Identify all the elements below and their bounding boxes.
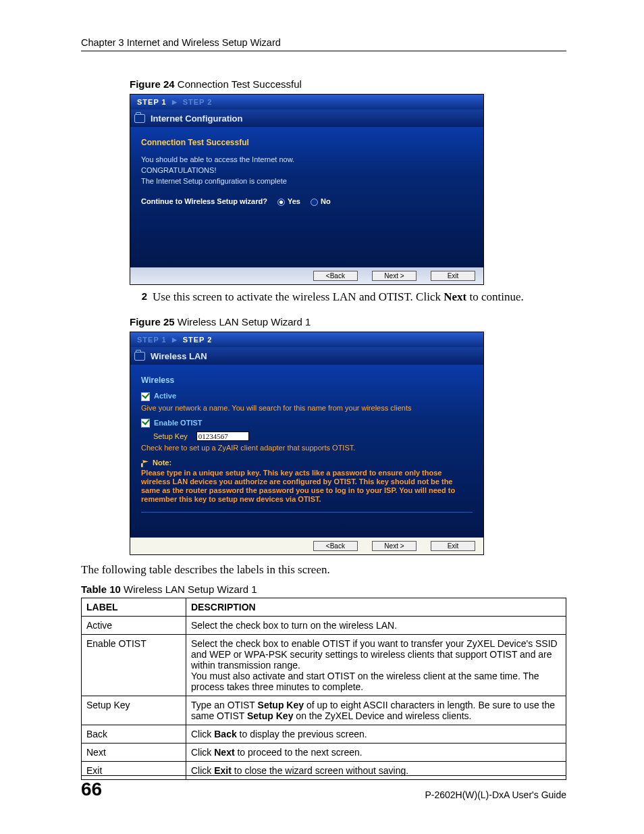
note-heading: Note: <box>141 459 473 467</box>
back-button[interactable]: <Back <box>313 271 358 281</box>
cell-label: Active <box>82 617 186 635</box>
divider <box>141 512 473 513</box>
panel-title: Internet Configuration <box>151 113 243 124</box>
active-checkbox[interactable] <box>141 392 150 401</box>
next-button[interactable]: Next > <box>372 271 417 281</box>
step-2-active: STEP 2 <box>183 336 213 344</box>
step-number: 2 <box>130 290 147 304</box>
table-row: Next Click Next to proceed to the next s… <box>82 744 566 762</box>
step-2-inactive: STEP 2 <box>183 98 213 106</box>
setup-key-input[interactable] <box>196 432 249 441</box>
step-arrow-icon: ▶ <box>172 336 178 343</box>
info-line-3: The Internet Setup configuration is comp… <box>141 176 473 186</box>
figure-24-num: Figure 24 <box>130 78 175 90</box>
enable-otist-checkbox[interactable] <box>141 419 150 427</box>
page-footer: 66 P-2602H(W)(L)-DxA User's Guide <box>81 775 566 800</box>
info-line-1: You should be able to access the Interne… <box>141 154 473 165</box>
figure-24-title: Connection Test Successful <box>175 78 302 90</box>
info-line-2: CONGRATULATIONS! <box>141 165 473 176</box>
exit-button[interactable]: Exit <box>431 541 475 551</box>
enable-otist-row: Enable OTIST <box>141 419 473 428</box>
step-text-post: to continue. <box>466 290 524 303</box>
figure-25-title: Wireless LAN Setup Wizard 1 <box>175 316 311 328</box>
desc-p2: You must also activate and start OTIST o… <box>191 671 561 692</box>
page-number: 66 <box>81 779 102 800</box>
table-row: Back Click Back to display the previous … <box>82 725 566 744</box>
button-row: <Back Next > Exit <box>130 538 483 554</box>
info-text: You should be able to access the Interne… <box>141 154 473 186</box>
setup-key-label: Setup Key <box>153 432 188 440</box>
cell-label: Enable OTIST <box>82 635 186 696</box>
desc-p1: Select the check box to enable OTIST if … <box>191 638 561 671</box>
subheading: Connection Test Successful <box>141 138 473 147</box>
cell-desc: Type an OTIST Setup Key of up to eight A… <box>186 696 566 725</box>
flag-icon <box>141 460 149 467</box>
th-label: LABEL <box>82 598 186 617</box>
note-label: Note: <box>153 459 171 467</box>
figure-25-screenshot: STEP 1 ▶ STEP 2 Wireless LAN Wireless Ac… <box>130 332 484 555</box>
active-label: Active <box>154 392 176 400</box>
cell-desc: Click Next to proceed to the next screen… <box>186 744 566 762</box>
step-text-pre: Use this screen to activate the wireless… <box>153 290 444 303</box>
step-text-bold: Next <box>444 290 466 303</box>
chapter-header: Chapter 3 Internet and Wireless Setup Wi… <box>81 37 566 51</box>
back-button[interactable]: <Back <box>313 541 358 551</box>
step-1-inactive: STEP 1 <box>137 336 167 344</box>
question-text: Continue to Wireless Setup wizard? <box>141 197 267 205</box>
continue-question: Continue to Wireless Setup wizard? Yes N… <box>141 197 473 206</box>
next-button[interactable]: Next > <box>372 541 417 551</box>
cell-desc: Click Back to display the previous scree… <box>186 725 566 744</box>
table-row: Active Select the check box to turn on t… <box>82 617 566 635</box>
cell-label: Setup Key <box>82 696 186 725</box>
help-text-1: Give your network a name. You will searc… <box>141 404 473 412</box>
step-2-instruction: 2 Use this screen to activate the wirele… <box>130 290 566 304</box>
cell-desc: Select the check box to turn on the wire… <box>186 617 566 635</box>
table-header-row: LABEL DESCRIPTION <box>82 598 566 617</box>
wizard-steps: STEP 1 ▶ STEP 2 <box>130 95 483 109</box>
panel-title-bar: Wireless LAN <box>130 347 483 365</box>
radio-yes-label: Yes <box>288 197 300 205</box>
cell-desc: Select the check box to enable OTIST if … <box>186 635 566 696</box>
th-description: DESCRIPTION <box>186 598 566 617</box>
radio-no-label: No <box>321 197 331 205</box>
cell-label: Next <box>82 744 186 762</box>
setup-key-row: Setup Key <box>153 432 473 441</box>
figure-25-caption: Figure 25 Wireless LAN Setup Wizard 1 <box>130 316 566 328</box>
step-1-active: STEP 1 <box>137 98 167 106</box>
panel-title-bar: Internet Configuration <box>130 109 483 127</box>
table-row: Setup Key Type an OTIST Setup Key of up … <box>82 696 566 725</box>
exit-button[interactable]: Exit <box>431 271 475 281</box>
enable-otist-label: Enable OTIST <box>154 419 203 427</box>
cell-label: Back <box>82 725 186 744</box>
description-table: LABEL DESCRIPTION Active Select the chec… <box>81 598 566 780</box>
note-body: Please type in a unique setup key. This … <box>141 469 473 504</box>
button-row: <Back Next > Exit <box>130 267 483 284</box>
figure-25-num: Figure 25 <box>130 316 175 328</box>
figure-24-screenshot: STEP 1 ▶ STEP 2 Internet Configuration C… <box>130 94 484 285</box>
active-row: Active <box>141 392 473 401</box>
guide-title: P-2602H(W)(L)-DxA User's Guide <box>425 789 566 800</box>
folder-icon <box>134 352 145 361</box>
radio-no[interactable] <box>311 199 318 206</box>
table-10-num: Table 10 <box>81 583 121 595</box>
table-intro-text: The following table describes the labels… <box>81 563 566 577</box>
wizard-steps: STEP 1 ▶ STEP 2 <box>130 332 483 347</box>
help-text-2: Check here to set up a ZyAIR client adap… <box>141 444 473 452</box>
panel-title: Wireless LAN <box>151 351 207 361</box>
table-row: Enable OTIST Select the check box to ena… <box>82 635 566 696</box>
subheading: Wireless <box>141 375 473 385</box>
figure-24-caption: Figure 24 Connection Test Successful <box>130 78 566 90</box>
step-arrow-icon: ▶ <box>172 99 178 105</box>
table-10-title: Wireless LAN Setup Wizard 1 <box>121 583 257 595</box>
folder-icon <box>134 114 145 123</box>
table-10-caption: Table 10 Wireless LAN Setup Wizard 1 <box>81 583 566 595</box>
radio-yes[interactable] <box>277 199 285 206</box>
